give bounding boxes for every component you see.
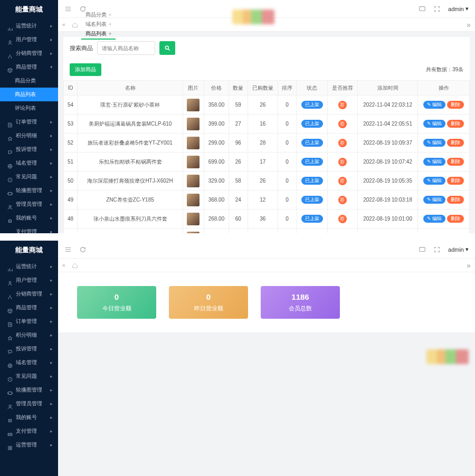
edit-button[interactable]: ✎ 编辑 [423,158,446,166]
fullscreen-icon[interactable] [433,246,441,253]
search-input[interactable] [97,41,155,55]
sidebar-item-4[interactable]: 商品分类 [0,74,58,88]
recommend-badge: 荐 [338,120,347,128]
edit-button[interactable]: ✎ 编辑 [423,120,446,128]
chevron-right-icon: ▸ [50,19,53,33]
user-menu[interactable]: admin▾ [448,246,469,253]
sidebar-item-5[interactable]: 积分明细▸ [0,328,58,342]
sidebar-item-10[interactable]: 域名管理▸ [0,156,58,170]
delete-button[interactable]: 删除 [447,196,464,204]
chevron-right-icon: ▸ [50,397,53,411]
col-header: 操作 [418,81,470,96]
sidebar-item-label: 商品分类 [15,74,53,88]
edit-button[interactable]: ✎ 编辑 [423,177,446,185]
user-menu[interactable]: admin▾ [448,5,469,12]
sidebar-item-label: 积分明细 [16,129,47,142]
sidebar-item-6[interactable]: 评论列表 [0,101,58,115]
search-button[interactable] [159,41,175,55]
sidebar-item-9[interactable]: 投诉管理▸ [0,142,58,156]
sidebar-item-6[interactable]: 投诉管理▸ [0,342,58,356]
menu-toggle-icon[interactable] [64,246,72,253]
tabs-next-icon[interactable]: » [467,21,471,29]
product-thumb [187,175,200,187]
delete-button[interactable]: 删除 [447,158,464,166]
app-logo: 能量商城 [0,241,58,260]
sidebar-item-label: 我的账号 [16,411,47,424]
sidebar-item-0[interactable]: 运营统计▸ [0,260,58,273]
close-icon[interactable]: × [109,12,111,17]
recommend-badge: 荐 [338,177,347,185]
delete-button[interactable]: 删除 [447,215,464,223]
sidebar-item-2[interactable]: 分销商管理▸ [0,287,58,301]
close-icon[interactable]: × [109,31,111,36]
message-icon[interactable] [419,246,426,253]
sidebar-item-14[interactable]: 我的账号▸ [0,211,58,225]
pay-icon [7,429,13,434]
sidebar-item-0[interactable]: 运营统计▸ [0,19,58,33]
sidebar-item-12[interactable]: 支付管理▸ [0,424,58,438]
sidebar-item-10[interactable]: 管理员管理▸ [0,397,58,411]
delete-button[interactable]: 删除 [447,177,464,185]
sidebar-item-7[interactable]: 域名管理▸ [0,356,58,369]
ops-icon [7,442,13,448]
delete-button[interactable]: 删除 [447,139,464,147]
col-header: 排序 [278,81,297,96]
chevron-right-icon: ▸ [50,273,53,287]
sidebar-item-label: 积分明细 [16,328,47,342]
tabs-next-icon[interactable]: » [467,261,471,270]
add-product-button[interactable]: 添加商品 [70,63,101,76]
recommend-badge: 荐 [338,196,347,204]
tab-2[interactable]: 商品列表× [81,29,116,40]
tabs-prev-icon[interactable]: « [62,262,69,269]
tab-1[interactable]: 域名列表× [81,20,116,29]
col-header: 是否推荐 [327,81,357,96]
status-badge: 已上架 [301,139,323,147]
refresh-icon[interactable] [79,5,87,13]
sidebar-item-13[interactable]: 管理员管理▸ [0,197,58,211]
refresh-icon[interactable] [79,246,87,253]
status-badge: 已上架 [301,120,323,128]
delete-button[interactable]: 删除 [447,120,464,128]
sidebar-item-11[interactable]: 常见问题▸ [0,170,58,184]
sidebar-item-12[interactable]: 轮播图管理▸ [0,184,58,197]
sidebar-item-11[interactable]: 我的账号▸ [0,411,58,424]
edit-button[interactable]: ✎ 编辑 [423,101,446,109]
sidebar-item-15[interactable]: 支付管理▸ [0,225,58,233]
sidebar-item-4[interactable]: 订单管理▸ [0,315,58,328]
sidebar-item-label: 常见问题 [16,170,47,184]
admin-icon [7,401,13,406]
stat-value: 0 [206,292,211,301]
watermark-logo [426,349,469,364]
record-count: 共有数据：39条 [426,66,463,73]
delete-button[interactable]: 删除 [447,101,464,109]
edit-button[interactable]: ✎ 编辑 [423,215,446,223]
home-icon[interactable] [72,262,78,269]
edit-button[interactable]: ✎ 编辑 [423,196,446,204]
sidebar-item-8[interactable]: 常见问题▸ [0,369,58,383]
chevron-right-icon: ▸ [50,342,53,356]
sidebar-item-3[interactable]: 商品管理▸ [0,301,58,315]
sidebar: 能量商城 运营统计▸用户管理▸分销商管理▸商品管理▾商品分类商品列表评论列表订单… [0,0,58,233]
tabs-prev-icon[interactable]: « [62,22,69,28]
stat-card-1: 0昨日营业额 [169,286,248,319]
sidebar-item-9[interactable]: 轮播图管理▸ [0,383,58,397]
home-icon[interactable] [72,22,78,28]
sidebar-item-2[interactable]: 分销商管理▸ [0,46,58,60]
sidebar-item-13[interactable]: 运营管理▸ [0,438,58,452]
fullscreen-icon[interactable] [433,5,441,13]
sidebar-item-1[interactable]: 用户管理▸ [0,33,58,46]
sidebar-item-3[interactable]: 商品管理▾ [0,60,58,74]
sidebar-item-1[interactable]: 用户管理▸ [0,273,58,287]
recommend-badge: 荐 [338,215,347,223]
edit-button[interactable]: ✎ 编辑 [423,139,446,147]
sidebar-item-5[interactable]: 商品列表 [0,88,58,101]
sidebar-item-7[interactable]: 订单管理▸ [0,115,58,129]
sidebar-item-label: 分销商管理 [16,46,47,60]
sidebar-item-8[interactable]: 积分明细▸ [0,129,58,142]
close-icon[interactable]: × [109,22,111,27]
message-icon[interactable] [419,5,426,13]
col-header: ID [64,81,78,96]
menu-toggle-icon[interactable] [64,5,72,13]
sidebar-item-label: 运营统计 [16,19,47,33]
sidebar-item-label: 常见问题 [16,369,47,383]
